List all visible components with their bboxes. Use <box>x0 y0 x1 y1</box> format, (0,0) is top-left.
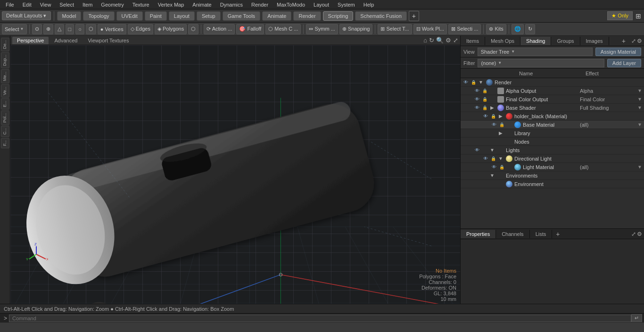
menu-file[interactable]: File <box>2 1 18 8</box>
tb2-hex[interactable]: ⬡ <box>86 24 96 34</box>
right-tab-add[interactable]: + <box>618 36 629 46</box>
mode-paint[interactable]: Paint <box>145 11 167 21</box>
eye-lightmaterial[interactable]: 👁 <box>491 164 497 170</box>
menu-texture[interactable]: Texture <box>129 1 153 8</box>
expand-holder[interactable]: ▶ <box>497 113 504 120</box>
item-mode-btn[interactable]: ⬡ <box>188 24 198 34</box>
tree-row-dirlight[interactable]: 👁 🔒 ▼ Directional Light <box>461 154 644 163</box>
dropdown-basematerial[interactable]: ▼ <box>637 122 642 127</box>
vp-corner-gear[interactable]: ⚙ <box>446 37 451 44</box>
menu-system[interactable]: System <box>334 1 359 8</box>
left-tab-e[interactable]: E... <box>1 98 9 110</box>
tb2-sq[interactable]: □ <box>66 24 74 34</box>
polygons-btn[interactable]: ◈ Polygons <box>155 24 187 34</box>
eye-lights[interactable]: 👁 <box>474 147 480 154</box>
falloff-btn[interactable]: 🎯 Falloff <box>236 24 264 34</box>
tb2-globe2[interactable]: 🌐 <box>512 24 524 34</box>
right-tab-images[interactable]: Images <box>580 37 609 45</box>
expand-dirlight[interactable]: ▼ <box>497 155 504 162</box>
dropdown-lightmaterial[interactable]: ▼ <box>637 164 642 170</box>
assign-material-button[interactable]: Assign Material <box>595 48 641 56</box>
tb2-icon[interactable]: ⊙ <box>32 24 42 34</box>
eye-finalcolor[interactable]: 👁 <box>474 96 480 103</box>
snapping-btn[interactable]: ⊕ Snapping <box>339 24 373 34</box>
right-tab-meshops[interactable]: Mesh Ops <box>485 37 520 45</box>
eye-alpha[interactable]: 👁 <box>474 88 480 94</box>
lock-lightmaterial[interactable]: 🔒 <box>498 164 505 170</box>
action-btn[interactable]: ⟳ Action ... <box>204 24 235 34</box>
shader-view-dropdown[interactable]: Shader Tree ▼ <box>478 48 593 56</box>
shader-filter-dropdown[interactable]: (none) ▼ <box>478 59 604 67</box>
tree-row-environments[interactable]: ▼ Environments <box>461 171 644 180</box>
menu-layout[interactable]: Layout <box>310 1 333 8</box>
eye-holder[interactable]: 👁 <box>482 113 489 120</box>
vp-corner-search[interactable]: 🔍 <box>436 37 444 44</box>
tb2-nav[interactable]: ↻ <box>525 24 535 34</box>
mesh-btn[interactable]: ⬡ Mesh C ... <box>265 24 301 34</box>
menu-maxtomodo[interactable]: MaxToModo <box>273 1 309 8</box>
right-tab-items[interactable]: Items <box>461 37 485 45</box>
tree-row-library[interactable]: ▶ Library <box>461 129 644 138</box>
props-tab-lists[interactable]: Lists <box>530 230 553 238</box>
tree-row-lightmaterial[interactable]: 👁 🔒 Light Material (all) ▼ <box>461 163 644 171</box>
mode-topology[interactable]: Topology <box>83 11 114 21</box>
right-tab-groups[interactable]: Groups <box>551 37 580 45</box>
lock-finalcolor[interactable]: 🔒 <box>481 96 488 103</box>
lock-alpha[interactable]: 🔒 <box>481 88 488 94</box>
vp-tab-perspective[interactable]: Perspective <box>12 37 49 44</box>
expand-finalcolor[interactable] <box>489 96 495 103</box>
eye-render[interactable]: 👁 <box>462 79 469 86</box>
tree-row-environment[interactable]: Environment <box>461 180 644 188</box>
left-tab-me[interactable]: Me... <box>1 69 9 83</box>
vp-corner-refresh[interactable]: ↻ <box>429 37 434 44</box>
menu-vertexmap[interactable]: Vertex Map <box>154 1 188 8</box>
selectt-btn[interactable]: ⊞ Select T... <box>378 24 412 34</box>
tree-row-alpha[interactable]: 👁 🔒 Alpha Output Alpha ▼ <box>461 87 644 95</box>
mode-model[interactable]: Model <box>57 11 82 21</box>
left-tab-c[interactable]: C... <box>1 126 9 137</box>
expand-button[interactable]: ⊞ <box>635 11 642 21</box>
expand-lights[interactable]: ▼ <box>489 147 495 154</box>
left-tab-pol[interactable]: Pol... <box>1 111 9 125</box>
expand-library[interactable]: ▶ <box>497 130 504 137</box>
props-tab-plus[interactable]: + <box>552 229 563 239</box>
mode-render[interactable]: Render <box>293 11 321 21</box>
kits-btn[interactable]: ⊛ Kits <box>486 24 506 34</box>
expand-environments[interactable]: ▼ <box>489 172 495 179</box>
mode-setup[interactable]: Setup <box>197 11 221 21</box>
vp-tab-textures[interactable]: Viewport Textures <box>83 37 133 44</box>
right-gear-btn[interactable]: ⚙ <box>637 38 642 44</box>
selecti-btn[interactable]: ⊠ Selecti ... <box>448 24 481 34</box>
command-enter-button[interactable]: ↵ <box>631 314 642 322</box>
tree-row-finalcolor[interactable]: 👁 🔒 Final Color Output Final Color ▼ <box>461 95 644 104</box>
vp-corner-home[interactable]: ⌂ <box>423 37 427 44</box>
right-expand-btn[interactable]: ⤢ <box>631 38 636 44</box>
props-tab-channels[interactable]: Channels <box>496 230 529 238</box>
lock-baseshader[interactable]: 🔒 <box>481 105 488 111</box>
tree-row-basematerial[interactable]: 👁 🔒 Base Material (all) ▼ <box>461 121 644 129</box>
menu-animate[interactable]: Animate <box>189 1 215 8</box>
mode-scripting[interactable]: Scripting <box>323 11 354 21</box>
right-tab-shading[interactable]: Shading <box>520 37 551 45</box>
lock-basematerial[interactable]: 🔒 <box>498 121 505 128</box>
eye-basematerial[interactable]: 👁 <box>491 121 497 128</box>
dropdown-alpha[interactable]: ▼ <box>637 88 642 93</box>
menu-item[interactable]: Item <box>79 1 96 8</box>
symm-btn[interactable]: ⇔ Symm ... <box>306 24 338 34</box>
eye-dirlight[interactable]: 👁 <box>482 155 489 162</box>
mode-uvedit[interactable]: UVEdit <box>116 11 143 21</box>
mode-layout[interactable]: Layout <box>169 11 195 21</box>
edges-btn[interactable]: ◇ Edges <box>128 24 153 34</box>
tree-row-holder[interactable]: 👁 🔒 ▶ holder_black (Material) <box>461 112 644 121</box>
mode-animate[interactable]: Animate <box>262 11 291 21</box>
vp-tab-advanced[interactable]: Advanced <box>50 37 82 44</box>
layout-dropdown[interactable]: Default Layouts ▾ <box>2 11 51 20</box>
expand-environment[interactable] <box>497 181 504 187</box>
tree-row-render[interactable]: 👁 🔒 ▼ Render <box>461 78 644 87</box>
command-input[interactable] <box>9 315 631 322</box>
add-layer-button[interactable]: Add Layer <box>607 59 641 67</box>
expand-basematerial[interactable] <box>506 121 512 128</box>
expand-nodes[interactable] <box>497 138 504 145</box>
menu-render[interactable]: Render <box>248 1 272 8</box>
mode-gametools[interactable]: Game Tools <box>223 11 261 21</box>
